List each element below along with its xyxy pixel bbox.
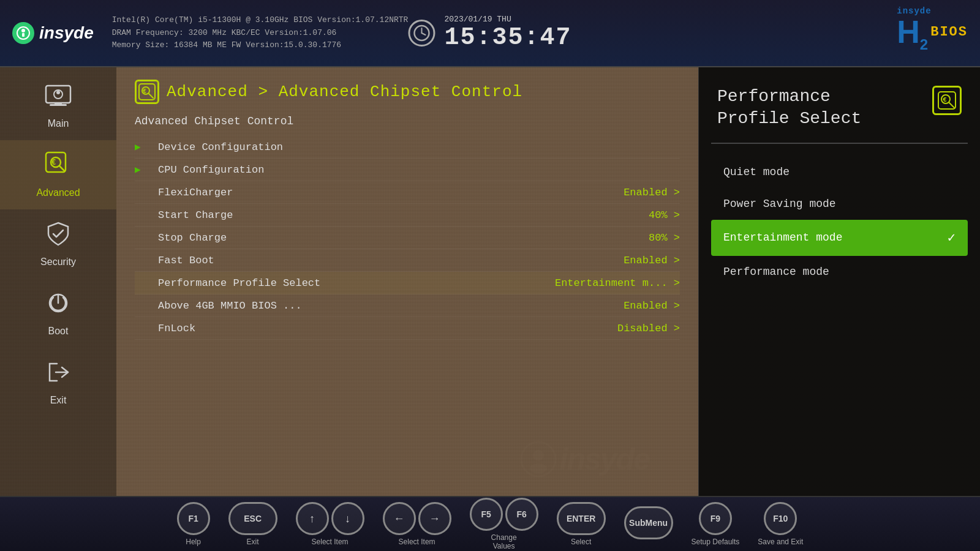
profile-performance[interactable]: Performance mode [711, 256, 968, 288]
leftright-group: ← → [383, 502, 451, 535]
svg-rect-10 [55, 103, 62, 105]
settings-value: Disabled > [617, 323, 680, 334]
left-button[interactable]: ← [383, 502, 416, 535]
svg-point-19 [530, 463, 547, 473]
settings-label: Above 4GB MMIO BIOS ... [158, 300, 617, 312]
svg-line-13 [59, 166, 64, 171]
enter-desc: Select [571, 538, 591, 546]
profile-quiet[interactable]: Quiet mode [711, 156, 968, 188]
footer: F1 Help ESC Exit ↑ ↓ Select Item ← → Sel… [0, 496, 980, 551]
svg-line-22 [149, 94, 153, 98]
footer-key-submenu: SubMenu [624, 506, 673, 542]
updown-desc: Select Item [312, 538, 349, 546]
f9-button[interactable]: F9 [699, 502, 732, 535]
time-display: 15:35:47 [444, 24, 571, 51]
footer-key-updown: ↑ ↓ Select Item [296, 502, 364, 546]
settings-label: Stop Charge [158, 232, 643, 244]
sidebar-boot-label: Boot [48, 326, 69, 337]
logo: insyde [12, 22, 94, 44]
clock-icon [408, 20, 435, 47]
up-button[interactable]: ↑ [296, 502, 329, 535]
svg-point-1 [21, 29, 25, 32]
brand-h2: H2 [897, 16, 928, 52]
settings-value: 40% > [649, 209, 680, 221]
esc-button[interactable]: ESC [228, 502, 277, 535]
sidebar-item-main[interactable]: Main [0, 73, 116, 140]
settings-label: Performance Profile Select [158, 277, 549, 289]
f5-button[interactable]: F5 [470, 498, 503, 531]
f1-button[interactable]: F1 [177, 502, 210, 535]
right-panel-divider [711, 143, 968, 144]
submenu-button[interactable]: SubMenu [624, 506, 673, 539]
exit-icon [45, 359, 72, 391]
settings-list: ▶ Device Configuration ▶ CPU Configurati… [135, 136, 680, 340]
sidebar: Main € Advanced Security [0, 67, 116, 496]
footer-key-f9: F9 Setup Defaults [692, 502, 740, 546]
f10-desc: Save and Exit [758, 538, 803, 546]
sidebar-item-exit[interactable]: Exit [0, 348, 116, 417]
arrow-icon: ▶ [135, 163, 147, 176]
svg-point-8 [56, 91, 60, 94]
settings-value: Enabled > [624, 255, 680, 266]
settings-label: CPU Configuration [158, 164, 674, 176]
f6-button[interactable]: F6 [505, 498, 538, 531]
sidebar-main-label: Main [48, 118, 69, 129]
f5f6-group: F5 F6 [470, 498, 538, 531]
breadcrumb: € Advanced > Advanced Chipset Control [135, 80, 680, 104]
svg-text:€: € [943, 96, 947, 103]
settings-value: Enabled > [624, 187, 680, 198]
updown-group: ↑ ↓ [296, 502, 364, 535]
right-panel-header: PerformanceProfile Select € [699, 67, 980, 143]
settings-row-stopcharge[interactable]: ▶ Stop Charge 80% > [135, 227, 680, 249]
svg-point-17 [521, 442, 556, 476]
footer-key-f5f6: F5 F6 Change Values [470, 498, 538, 550]
settings-row-startcharge[interactable]: ▶ Start Charge 40% > [135, 204, 680, 227]
profile-entertainment[interactable]: Entertainment mode ✓ [711, 220, 968, 256]
svg-rect-2 [22, 33, 24, 37]
sidebar-advanced-label: Advanced [36, 187, 80, 198]
footer-key-leftright: ← → Select Item [383, 502, 451, 546]
right-panel-title: PerformanceProfile Select [717, 86, 861, 130]
settings-row-perfprofile[interactable]: ▶ Performance Profile Select Entertainme… [135, 272, 680, 294]
sidebar-item-advanced[interactable]: € Advanced [0, 140, 116, 209]
f10-button[interactable]: F10 [764, 502, 797, 535]
settings-row-mmio[interactable]: ▶ Above 4GB MMIO BIOS ... Enabled > [135, 294, 680, 317]
enter-button[interactable]: ENTER [557, 502, 606, 535]
footer-key-enter: ENTER Select [557, 502, 606, 546]
power-icon [45, 290, 72, 322]
sidebar-item-boot[interactable]: Boot [0, 279, 116, 348]
svg-line-5 [421, 33, 425, 35]
sidebar-item-security[interactable]: Security [0, 209, 116, 279]
settings-row-cpu[interactable]: ▶ CPU Configuration [135, 159, 680, 181]
settings-row-device[interactable]: ▶ Device Configuration [135, 136, 680, 159]
settings-label: FnLock [158, 323, 611, 334]
footer-key-f10: F10 Save and Exit [758, 502, 803, 546]
svg-point-18 [533, 450, 544, 461]
sidebar-exit-label: Exit [50, 395, 67, 406]
settings-row-fastboot[interactable]: ▶ Fast Boot Enabled > [135, 249, 680, 272]
settings-row-flexi[interactable]: ▶ FlexiCharger Enabled > [135, 181, 680, 204]
brand-block: insyde H2 BIOS [897, 6, 968, 52]
settings-label: FlexiCharger [158, 187, 617, 198]
down-button[interactable]: ↓ [331, 502, 364, 535]
time-block: 2023/01/19 THU 15:35:47 [408, 15, 571, 51]
footer-key-esc: ESC Exit [228, 502, 277, 546]
svg-text:€: € [51, 159, 56, 167]
content-area: insyde € Advanced > Advanced Chipset Con… [116, 67, 698, 496]
esc-desc: Exit [247, 538, 259, 546]
shield-icon [45, 220, 72, 253]
settings-row-fnlock[interactable]: ▶ FnLock Disabled > [135, 317, 680, 340]
logo-circle [12, 22, 34, 44]
settings-value: Entertainment m... > [555, 277, 680, 289]
right-button[interactable]: → [418, 502, 451, 535]
settings-value: 80% > [649, 232, 680, 244]
sidebar-security-label: Security [40, 257, 76, 268]
f5f6-desc: Change Values [480, 533, 529, 550]
svg-text:€: € [143, 88, 146, 95]
svg-line-26 [949, 103, 954, 108]
f9-desc: Setup Defaults [692, 538, 740, 546]
search-gear-icon: € [45, 151, 72, 184]
profile-powersaving[interactable]: Power Saving mode [711, 188, 968, 220]
page-title: Advanced Chipset Control [135, 115, 680, 127]
check-icon: ✓ [948, 230, 956, 246]
